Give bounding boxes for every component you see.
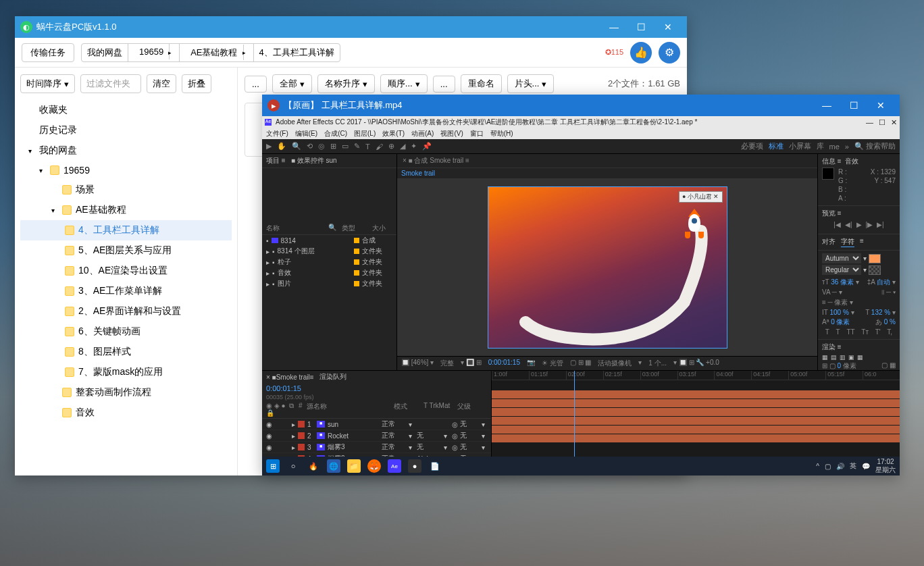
tree-item[interactable]: 5、AE图层关系与应用 [20, 240, 232, 261]
taskbar-app[interactable]: 📄 [428, 459, 442, 473]
player-titlebar[interactable]: ▸ 【原画】 工具栏工具详解.mp4 — ☐ ✕ [262, 95, 900, 116]
tool-anchor[interactable]: ⊞ [330, 142, 336, 151]
menu-layer[interactable]: 图层(L) [354, 129, 376, 138]
menu-window[interactable]: 窗口 [470, 129, 484, 138]
tool-rect[interactable]: ▭ [342, 142, 349, 151]
first-frame[interactable]: |◀ [833, 221, 841, 228]
render-queue-tab[interactable]: 渲染 [822, 343, 836, 351]
workspace-lib[interactable]: 库 [817, 141, 824, 151]
timeline-ruler[interactable]: 1:00f01:15f02:00f02:15f03:00f03:15f04:00… [492, 371, 900, 380]
ae-taskbar-icon[interactable]: Ae [388, 459, 401, 473]
tree-item[interactable]: 8、图层样式 [20, 342, 232, 362]
tool-zoom[interactable]: 🔍 [292, 142, 301, 151]
tree-history[interactable]: 历史记录 [20, 120, 232, 140]
timeline-tab[interactable]: Smoke trail [276, 374, 310, 381]
tray-network[interactable]: ▢ [825, 463, 831, 470]
settings-button[interactable]: ⚙ [659, 42, 680, 63]
filter-input[interactable]: 过滤文件夹 [80, 74, 141, 93]
info-panel-tab[interactable]: 信息 [822, 157, 836, 165]
last-frame[interactable]: ▶| [877, 221, 884, 228]
menu-anim[interactable]: 动画(A) [411, 129, 434, 138]
project-row[interactable]: ▸▪图片文件夹 [262, 278, 396, 289]
cortana-icon[interactable]: ○ [286, 459, 300, 473]
player-minimize[interactable]: — [813, 95, 840, 116]
header-button[interactable]: 片头...▾ [507, 74, 555, 93]
tool-pen[interactable]: ✎ [354, 142, 360, 151]
crumb-3[interactable]: 4、工具栏工具详解 [254, 44, 340, 61]
tool-camera[interactable]: ◎ [318, 142, 325, 151]
tray-ime[interactable]: 英 [850, 461, 856, 471]
search-help[interactable]: 🔍 搜索帮助 [854, 141, 896, 151]
workspace-me[interactable]: me [829, 143, 840, 151]
stroke-color[interactable] [869, 265, 881, 275]
tree-item-selected[interactable]: 4、工具栏工具详解 [20, 220, 232, 240]
timeline-layer[interactable]: ◉ ▸2■Rocket正常▾无▾◎无▾ [262, 430, 491, 442]
workspace-essentials[interactable]: 必要项 [741, 141, 763, 151]
exposure[interactable]: ☀ 光管 [542, 359, 563, 368]
project-row[interactable]: ▪8314合成 [262, 235, 396, 246]
taskbar-app[interactable]: ● [408, 459, 421, 473]
crumb-1[interactable]: 19659▸ [128, 44, 180, 61]
tray-notif[interactable]: 💬 [862, 463, 870, 470]
tree-ae-base[interactable]: ▾AE基础教程 [20, 200, 232, 220]
clear-button[interactable]: 清空 [147, 74, 176, 93]
timeline-layer[interactable]: ◉ ▸1■sun正常▾◎无▾ [262, 419, 491, 430]
char-tab[interactable]: 字符 [841, 237, 854, 247]
minimize-button[interactable]: — [600, 16, 627, 38]
crumb-2[interactable]: AE基础教程▸ [180, 44, 253, 61]
tray-volume[interactable]: 🔊 [836, 463, 844, 470]
align-tab[interactable]: 对齐 [822, 237, 836, 247]
cloud-titlebar[interactable]: ◐ 蜗牛云盘PC版v1.1.0 — ☐ ✕ [15, 16, 687, 38]
tool-hand[interactable]: ✋ [277, 142, 286, 151]
rename-button[interactable]: 重命名 [461, 74, 502, 93]
firefox-icon[interactable]: 🦊 [367, 459, 381, 473]
project-row[interactable]: ▸▪8314 个图层文件夹 [262, 246, 396, 257]
active-camera[interactable]: 活动摄像机 [598, 359, 632, 368]
play-button[interactable]: ▶ [856, 221, 862, 228]
snapshot-icon[interactable]: 📷 [527, 359, 535, 368]
comp-tab[interactable]: 合成 Smoke trail [414, 157, 463, 164]
workspace-more[interactable]: » [845, 143, 849, 151]
tree-flow[interactable]: 整套动画制作流程 [20, 382, 232, 403]
menu-view[interactable]: 视图(V) [440, 129, 463, 138]
render-queue[interactable]: 渲染队列 [319, 372, 346, 382]
collapse-button[interactable]: 折叠 [182, 74, 211, 93]
preview-panel-tab[interactable]: 预览 [822, 209, 836, 217]
sort-select[interactable]: 时间降序▾ [20, 74, 75, 93]
start-button[interactable]: ⊞ [266, 459, 280, 473]
tree-item[interactable]: 7、蒙版mask的应用 [20, 362, 232, 382]
menu-edit[interactable]: 编辑(E) [295, 129, 317, 138]
tree-19659[interactable]: ▾19659 [20, 161, 232, 180]
ae-close[interactable]: ✕ [891, 118, 897, 127]
timeline-time[interactable]: 0:00:01:15 [262, 383, 491, 394]
resolution[interactable]: 完整 [440, 359, 454, 368]
workspace-small[interactable]: 小屏幕 [789, 141, 811, 151]
tree-scene[interactable]: 场景 [20, 180, 232, 200]
more-button-2[interactable]: ... [433, 76, 455, 93]
tree-favorites[interactable]: 收藏夹 [20, 100, 232, 120]
next-frame[interactable]: |▶ [866, 221, 873, 228]
ae-max[interactable]: ☐ [879, 118, 886, 127]
tool-select[interactable]: ▶ [266, 142, 272, 151]
prev-frame[interactable]: ◀| [845, 221, 852, 228]
smoke-trail-tab[interactable]: Smoke trail [397, 168, 817, 179]
order-button[interactable]: 顺序...▾ [380, 74, 428, 93]
ae-min[interactable]: — [866, 118, 873, 127]
timeline-layer[interactable]: ◉ ▸3■烟雾3正常▾无▾◎无▾ [262, 442, 491, 453]
workspace-standard[interactable]: 标准 [769, 141, 784, 151]
tree-root[interactable]: ▾我的网盘 [20, 140, 232, 161]
tree-item[interactable]: 6、关键帧动画 [20, 321, 232, 342]
tree-item[interactable]: 10、AE渲染导出设置 [20, 261, 232, 281]
tool-rotate[interactable]: ⟲ [307, 142, 313, 151]
maximize-button[interactable]: ☐ [627, 16, 654, 38]
tool-roto[interactable]: ✦ [411, 142, 417, 151]
file-explorer-icon[interactable]: 📁 [347, 459, 361, 473]
more-button[interactable]: ... [245, 76, 267, 93]
project-row[interactable]: ▸▪音效文件夹 [262, 267, 396, 278]
project-tab[interactable]: 项目 [266, 157, 280, 164]
player-close[interactable]: ✕ [867, 95, 894, 116]
ae-viewport[interactable]: ● 小凡山君 ✕ [397, 179, 817, 356]
menu-comp[interactable]: 合成(C) [324, 129, 347, 138]
project-row[interactable]: ▸▪粒子文件夹 [262, 257, 396, 267]
tool-eraser[interactable]: ◢ [400, 142, 405, 151]
